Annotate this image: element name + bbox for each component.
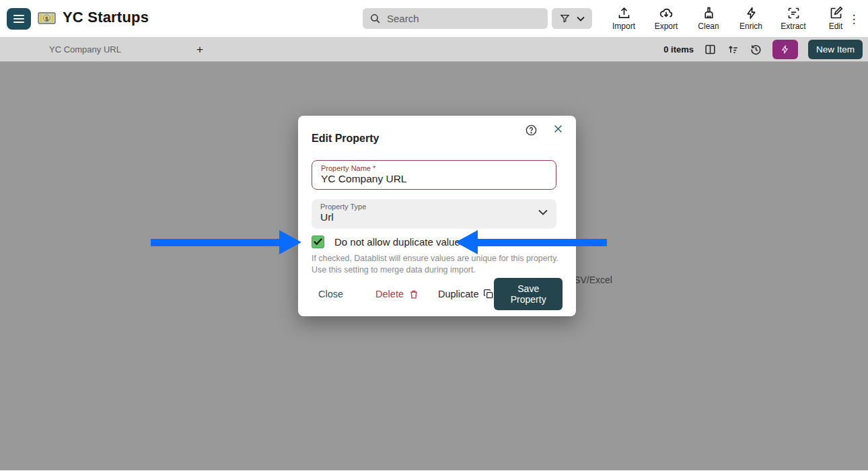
property-type-label: Property Type <box>320 203 548 211</box>
checkmark-icon <box>314 238 322 246</box>
copy-icon <box>483 289 494 299</box>
page-title: YC Startups <box>63 9 149 26</box>
save-property-button[interactable]: Save Property <box>494 278 563 310</box>
close-button[interactable]: Close <box>318 289 343 299</box>
items-count: 0 items <box>663 44 694 55</box>
duplicate-button-label: Duplicate <box>438 289 478 299</box>
edit-property-modal: Edit Property Property Name * Property T… <box>298 116 576 316</box>
checkbox-helper-text: If checked, Datablist will ensure values… <box>312 253 559 276</box>
svg-text:$: $ <box>45 15 48 22</box>
more-menu-icon[interactable]: ⋮ <box>846 9 861 28</box>
new-item-button[interactable]: New Item <box>808 40 863 59</box>
close-icon[interactable] <box>552 123 564 137</box>
close-button-label: Close <box>318 289 343 299</box>
tab-yc-company-url[interactable]: YC Company URL <box>49 44 121 55</box>
tabrow-actions: 0 items <box>663 40 868 59</box>
lightning-icon <box>744 6 758 20</box>
filter-button[interactable] <box>552 8 592 29</box>
chevron-down-icon <box>538 209 548 215</box>
edit-label: Edit <box>829 22 843 31</box>
edit-pencil-icon <box>829 6 843 20</box>
no-duplicates-checkbox[interactable] <box>312 236 324 248</box>
tab-bar: YC Company URL + 0 items <box>0 37 868 62</box>
columns-view-button[interactable] <box>704 43 717 56</box>
add-tab-button[interactable]: + <box>196 44 203 55</box>
dollar-banknote-emoji: $ <box>38 10 56 26</box>
history-button[interactable] <box>750 43 762 56</box>
modal-title: Edit Property <box>312 133 379 145</box>
dimmed-content-overlay: CSV/Excel Edit Property Property Name * <box>0 62 868 470</box>
export-label: Export <box>655 22 678 31</box>
upload-icon <box>617 6 631 20</box>
header-toolbar: Import Export Clean Enric <box>607 5 853 32</box>
delete-button-label: Delete <box>375 289 404 299</box>
trash-icon <box>408 289 419 300</box>
sort-button[interactable] <box>727 43 739 56</box>
hamburger-menu-button[interactable] <box>7 8 31 30</box>
sort-icon <box>727 43 739 56</box>
extract-label: Extract <box>781 22 805 31</box>
columns-icon <box>704 43 717 56</box>
extract-button[interactable]: Extract <box>776 5 810 32</box>
cloud-download-icon <box>659 6 674 20</box>
no-duplicates-label[interactable]: Do not allow duplicate values <box>334 236 465 248</box>
delete-button[interactable]: Delete <box>375 289 419 300</box>
clean-button[interactable]: Clean <box>692 5 725 32</box>
export-button[interactable]: Export <box>649 5 683 32</box>
broom-icon <box>702 6 716 20</box>
automation-bolt-button[interactable] <box>772 40 798 59</box>
app-root: $ YC Startups Import <box>0 0 868 471</box>
enrich-label: Enrich <box>739 22 762 31</box>
scan-icon <box>787 6 801 20</box>
property-name-input[interactable] <box>321 172 547 185</box>
import-button[interactable]: Import <box>607 5 641 32</box>
clean-label: Clean <box>698 22 719 31</box>
duplicate-button[interactable]: Duplicate <box>438 289 494 299</box>
chevron-down-icon <box>577 16 585 22</box>
import-label: Import <box>612 22 635 31</box>
history-clock-icon <box>750 43 762 56</box>
duplicate-checkbox-row: Do not allow duplicate values <box>312 236 465 248</box>
search-icon <box>369 13 381 24</box>
property-type-select[interactable]: Property Type Url <box>312 199 556 229</box>
help-icon[interactable] <box>525 124 538 139</box>
enrich-button[interactable]: Enrich <box>734 5 768 32</box>
search-box[interactable] <box>363 8 548 29</box>
property-name-field[interactable]: Property Name * <box>312 160 556 190</box>
header: $ YC Startups Import <box>0 0 868 37</box>
property-name-label: Property Name * <box>321 164 547 172</box>
funnel-icon <box>560 13 570 24</box>
search-input[interactable] <box>387 13 541 24</box>
property-type-value: Url <box>320 211 548 223</box>
modal-footer: Close Delete Duplicate Save Pro <box>312 283 563 305</box>
bolt-icon <box>780 44 790 55</box>
